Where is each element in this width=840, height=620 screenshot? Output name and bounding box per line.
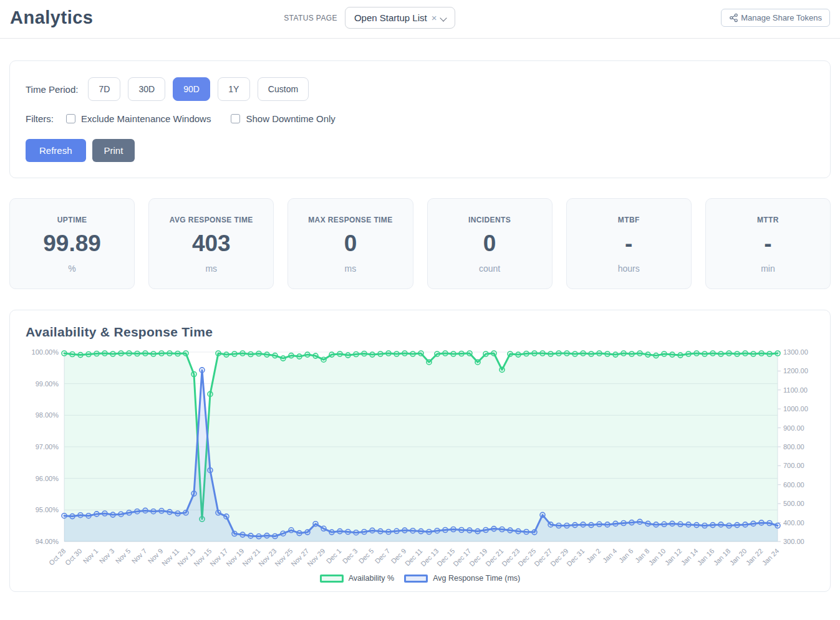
stat-value: 0 — [293, 231, 407, 257]
left-axis-tick-label: 98.00% — [36, 411, 59, 419]
time-period-label: Time Period: — [26, 84, 78, 95]
clear-selection-icon[interactable]: × — [432, 13, 437, 22]
exclude-maintenance-label: Exclude Maintenance Windows — [81, 113, 211, 124]
manage-share-tokens-button[interactable]: Manage Share Tokens — [721, 9, 830, 27]
time-period-button-group: 7D 30D 90D 1Y Custom — [88, 77, 309, 101]
stat-value: - — [572, 231, 686, 257]
response-time-legend-swatch — [404, 575, 428, 583]
exclude-maintenance-checkbox[interactable] — [66, 114, 75, 123]
left-axis-tick-label: 95.00% — [36, 506, 59, 513]
x-axis-tick-label: Nov 5 — [114, 547, 132, 565]
stat-label: MTBF — [572, 216, 686, 224]
x-axis-tick-label: Jan 12 — [664, 547, 683, 567]
show-downtime-checkbox-row[interactable]: Show Downtime Only — [231, 113, 335, 124]
x-axis-tick-label: Jan 18 — [712, 547, 732, 567]
chart-panel: Availability & Response Time 100.00%99.0… — [9, 310, 831, 592]
right-axis-tick-label: 700.00 — [783, 462, 804, 469]
show-downtime-checkbox[interactable] — [231, 114, 240, 123]
x-axis-tick-label: Jan 2 — [585, 547, 602, 565]
x-axis-tick-label: Nov 1 — [82, 547, 100, 565]
availability-legend-swatch — [320, 575, 344, 583]
period-button-1y[interactable]: 1Y — [218, 77, 250, 101]
right-axis-tick-label: 500.00 — [783, 500, 804, 507]
x-axis-tick-label: Nov 7 — [130, 547, 148, 565]
period-button-custom[interactable]: Custom — [258, 77, 309, 101]
x-axis-tick-label: Jan 20 — [728, 547, 748, 567]
x-axis-tick-label: Jan 16 — [696, 547, 716, 567]
chevron-down-icon — [441, 15, 447, 21]
stat-unit: min — [711, 264, 825, 274]
top-bar: Analytics STATUS PAGE Open Startup List … — [0, 0, 840, 39]
x-axis-tick-label: Jan 6 — [617, 547, 635, 565]
refresh-button[interactable]: Refresh — [26, 139, 86, 162]
filters-label: Filters: — [26, 113, 54, 124]
period-button-7d[interactable]: 7D — [88, 77, 120, 101]
exclude-maintenance-checkbox-row[interactable]: Exclude Maintenance Windows — [66, 113, 211, 124]
right-axis-tick-label: 1200.00 — [783, 367, 808, 374]
availability-response-chart: 100.00%99.00%98.00%97.00%96.00%95.00%94.… — [26, 345, 814, 570]
right-axis-tick-label: 900.00 — [783, 424, 804, 432]
stat-label: UPTIME — [15, 216, 129, 224]
share-icon — [729, 13, 738, 22]
page-title: Analytics — [10, 7, 93, 28]
filters-row: Filters: Exclude Maintenance Windows Sho… — [26, 113, 814, 124]
stat-card-mttr: MTTR - min — [705, 198, 831, 289]
status-page-selector-group: STATUS PAGE Open Startup List × — [284, 7, 455, 29]
stat-value: 403 — [154, 231, 268, 257]
right-axis-tick-label: 1300.00 — [783, 348, 808, 356]
filters-panel: Time Period: 7D 30D 90D 1Y Custom Filter… — [9, 60, 831, 178]
right-axis-tick-label: 600.00 — [783, 481, 804, 489]
right-axis-tick-label: 800.00 — [783, 443, 804, 451]
x-axis-tick-label: Oct 30 — [64, 547, 83, 566]
show-downtime-label: Show Downtime Only — [246, 113, 335, 124]
print-button[interactable]: Print — [92, 139, 135, 162]
stat-label: MTTR — [711, 216, 825, 224]
chart-wrap: 100.00%99.00%98.00%97.00%96.00%95.00%94.… — [26, 345, 814, 573]
legend-item-response-time: Avg Response Time (ms) — [404, 574, 520, 583]
chart-title: Availability & Response Time — [26, 325, 814, 340]
legend-item-availability: Availability % — [320, 574, 394, 583]
stat-card-mtbf: MTBF - hours — [566, 198, 692, 289]
x-axis-tick-label: Dec 3 — [341, 547, 359, 565]
stat-unit: % — [15, 264, 129, 274]
actions-row: Refresh Print — [26, 139, 814, 162]
period-button-90d[interactable]: 90D — [173, 77, 210, 101]
stat-value: 99.89 — [15, 231, 129, 257]
right-axis-tick-label: 1000.00 — [783, 405, 808, 413]
x-axis-tick-label: Oct 28 — [47, 547, 67, 566]
period-button-30d[interactable]: 30D — [128, 77, 165, 101]
availability-legend-label: Availability % — [349, 574, 394, 583]
stat-unit: count — [433, 264, 547, 274]
stat-card-incidents: INCIDENTS 0 count — [427, 198, 553, 289]
left-axis-tick-label: 96.00% — [36, 475, 59, 482]
x-axis-tick-label: Jan 22 — [745, 547, 765, 567]
x-axis-tick-label: Jan 10 — [647, 547, 667, 567]
x-axis-tick-label: Dec 1 — [325, 547, 343, 565]
x-axis-tick-label: Dec 7 — [374, 547, 392, 565]
time-period-row: Time Period: 7D 30D 90D 1Y Custom — [26, 77, 814, 101]
x-axis-tick-label: Jan 4 — [601, 547, 619, 565]
status-page-selected-value: Open Startup List — [354, 12, 427, 23]
stat-unit: ms — [154, 264, 268, 274]
stat-unit: ms — [293, 264, 407, 274]
stat-card-avg-response: AVG RESPONSE TIME 403 ms — [148, 198, 274, 289]
stat-unit: hours — [572, 264, 686, 274]
right-axis-tick-label: 400.00 — [783, 519, 804, 527]
x-axis-tick-label: Dec 5 — [357, 547, 375, 565]
x-axis-tick-label: Nov 29 — [306, 547, 326, 568]
stat-label: AVG RESPONSE TIME — [154, 216, 268, 224]
stat-label: MAX RESPONSE TIME — [293, 216, 407, 224]
response-time-legend-label: Avg Response Time (ms) — [433, 574, 520, 583]
right-axis-tick-label: 300.00 — [783, 538, 804, 545]
x-axis-tick-label: Jan 24 — [761, 547, 781, 567]
status-page-dropdown[interactable]: Open Startup List × — [345, 7, 456, 29]
left-axis-tick-label: 94.00% — [36, 538, 59, 545]
stat-value: - — [711, 231, 825, 257]
stats-row: UPTIME 99.89 % AVG RESPONSE TIME 403 ms … — [9, 198, 831, 289]
stat-label: INCIDENTS — [433, 216, 547, 224]
left-axis-tick-label: 97.00% — [36, 443, 59, 451]
stat-value: 0 — [433, 231, 547, 257]
x-axis-tick-label: Dec 31 — [565, 547, 586, 568]
manage-share-tokens-label: Manage Share Tokens — [741, 13, 822, 22]
right-axis-tick-label: 1100.00 — [783, 386, 808, 394]
